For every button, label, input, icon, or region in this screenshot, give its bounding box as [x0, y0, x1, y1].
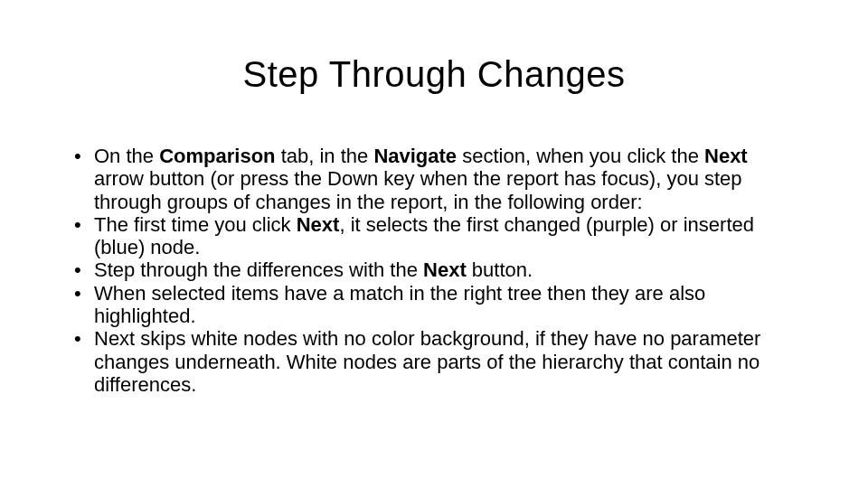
bullet-item: On the Comparison tab, in the Navigate s…	[74, 145, 797, 213]
bold-text: Next	[704, 145, 748, 167]
text-run: Next skips white nodes with no color bac…	[94, 327, 760, 396]
text-run: button.	[467, 258, 533, 281]
text-run: section, when you click the	[457, 145, 704, 167]
slide-body: On the Comparison tab, in the Navigate s…	[74, 145, 797, 396]
text-run: tab, in the	[276, 145, 374, 167]
text-run: arrow button (or press the Down key when…	[94, 167, 742, 212]
text-run: The first time you click	[94, 213, 297, 236]
bold-text: Navigate	[373, 145, 457, 167]
bullet-item: Next skips white nodes with no color bac…	[74, 327, 797, 396]
text-run: When selected items have a match in the …	[94, 282, 705, 327]
bold-text: Next	[297, 213, 340, 236]
text-run: On the	[94, 145, 159, 167]
slide: Step Through Changes On the Comparison t…	[0, 0, 868, 488]
slide-title: Step Through Changes	[0, 54, 868, 95]
bullet-item: Step through the differences with the Ne…	[74, 258, 797, 281]
bold-text: Next	[423, 258, 467, 281]
text-run: Step through the differences with the	[94, 258, 423, 281]
bold-text: Comparison	[159, 145, 275, 167]
bullet-item: The first time you click Next, it select…	[74, 213, 797, 259]
bullet-list: On the Comparison tab, in the Navigate s…	[74, 145, 797, 396]
bullet-item: When selected items have a match in the …	[74, 282, 797, 328]
